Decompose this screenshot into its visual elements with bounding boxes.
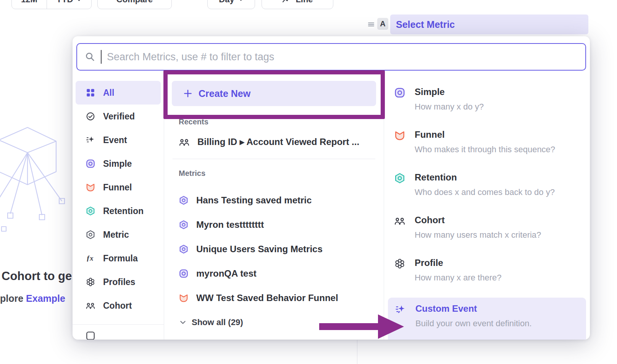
app-screen: 12M YTD Compare Day Line A Select Metric <box>0 0 617 364</box>
type-simple[interactable]: Simple How many x do y? <box>384 84 590 127</box>
metric-category-sidebar: All Verified Event <box>73 76 164 340</box>
sidebar-item-metric[interactable]: Metric <box>76 223 161 246</box>
custom-event-icon <box>395 304 406 315</box>
svg-text:ƒx: ƒx <box>86 254 93 262</box>
plus-icon <box>183 89 192 98</box>
type-retention[interactable]: Retention Who does x and comes back to d… <box>384 169 590 212</box>
sidebar-label: Formula <box>103 253 138 264</box>
empty-state-headline: Cohort to ge <box>2 269 72 283</box>
sidebar-item-event[interactable]: Event <box>76 128 161 152</box>
type-profile[interactable]: Profile How many x are there? <box>384 255 590 298</box>
metric-item-label: Hans Testing saved metric <box>196 195 312 206</box>
metric-list-item[interactable]: Hans Testing saved metric <box>164 188 384 213</box>
metric-item-label: WW Test Saved Behavior Funnel <box>196 293 338 303</box>
type-custom-event[interactable]: Custom Event Build your own event defini… <box>388 298 586 340</box>
sidebar-label: Metric <box>103 230 129 240</box>
drag-handle-icon[interactable] <box>368 21 375 28</box>
search-icon <box>85 52 95 62</box>
search-input[interactable] <box>107 51 578 63</box>
cohort-icon <box>86 301 95 311</box>
type-name: Funnel <box>415 129 555 140</box>
metric-row-badge: A <box>377 18 388 30</box>
type-name: Cohort <box>415 214 541 226</box>
metric-item-label: Unique Users Saving Metrics <box>196 244 323 254</box>
sidebar-label: All <box>103 88 114 98</box>
compare-button[interactable]: Compare <box>97 0 172 9</box>
simple-icon <box>86 159 95 169</box>
metric-icon <box>86 230 95 240</box>
line-label: Line <box>296 0 313 5</box>
sidebar-item-all[interactable]: All <box>76 81 161 105</box>
type-description: How many x are there? <box>415 273 501 283</box>
select-metric-label: Select Metric <box>396 19 455 30</box>
select-metric-modal: All Verified Event <box>73 36 590 340</box>
sidebar-label: Retention <box>103 206 144 216</box>
text-cursor <box>101 50 102 64</box>
metric-list-item[interactable]: Unique Users Saving Metrics <box>164 237 384 261</box>
day-dropdown[interactable]: Day <box>207 0 255 9</box>
cohort-icon <box>179 137 190 148</box>
type-cohort[interactable]: Cohort How many users match x criteria? <box>384 212 590 255</box>
select-metric-field[interactable]: Select Metric <box>390 14 588 34</box>
example-link[interactable]: Example <box>26 293 65 304</box>
type-description: How many x do y? <box>415 102 484 112</box>
sidebar-item-profiles[interactable]: Profiles <box>76 270 161 294</box>
verified-icon <box>86 111 95 121</box>
sidebar-label: Cohort <box>103 301 132 311</box>
sidebar-label: Verified <box>103 111 135 122</box>
sidebar-label: Funnel <box>103 182 132 193</box>
teams-icon <box>86 331 95 340</box>
line-chart-icon <box>282 0 291 4</box>
sidebar-label: Event <box>103 135 127 145</box>
sidebar-divider <box>73 324 164 325</box>
type-description: Build your own event definition. <box>415 319 532 329</box>
type-name: Retention <box>415 172 555 183</box>
empty-state-subline: plore Example <box>0 293 65 304</box>
sidebar-label: Profiles <box>103 277 135 287</box>
show-all-toggle[interactable]: Show all (29) <box>164 313 384 332</box>
chevron-down-icon <box>179 319 186 326</box>
sidebar-item-funnel[interactable]: Funnel <box>76 176 161 199</box>
range-12m-label: 12M <box>21 0 37 5</box>
range-ytd-button[interactable]: YTD <box>47 0 91 9</box>
type-description: How many users match x criteria? <box>415 230 541 240</box>
panel-divider <box>357 340 357 364</box>
sidebar-item-partial[interactable] <box>86 331 164 340</box>
funnel-icon <box>86 182 95 192</box>
type-description: Who makes it through this sequence? <box>415 145 555 155</box>
metrics-header: Metrics <box>179 169 384 178</box>
simple-icon <box>179 269 189 279</box>
sidebar-item-retention[interactable]: Retention <box>76 199 161 223</box>
create-new-label: Create New <box>199 88 250 99</box>
metric-list-column: Create New Recents Billing ID ▸ Account … <box>164 76 384 340</box>
simple-icon <box>394 87 405 98</box>
metric-list-item[interactable]: myronQA test <box>164 261 384 286</box>
modal-body: All Verified Event <box>73 76 590 340</box>
recent-item[interactable]: Billing ID ▸ Account Viewed Report ... <box>164 133 384 151</box>
line-chart-type-button[interactable]: Line <box>262 0 333 9</box>
metric-list-item[interactable]: Myron testttttttt <box>164 213 384 237</box>
saved-metric-icon <box>179 195 189 205</box>
sidebar-item-simple[interactable]: Simple <box>76 152 161 176</box>
profiles-icon <box>86 277 95 287</box>
decorative-wireframe <box>0 123 83 243</box>
sidebar-item-cohort[interactable]: Cohort <box>76 294 161 317</box>
type-funnel[interactable]: Funnel Who makes it through this sequenc… <box>384 127 590 169</box>
saved-metric-icon <box>179 220 189 230</box>
metric-search-bar[interactable] <box>76 43 586 71</box>
range-12m-button[interactable]: 12M <box>12 0 47 9</box>
cohort-icon <box>394 215 405 227</box>
grid-icon <box>86 88 95 98</box>
sidebar-item-formula[interactable]: ƒx Formula <box>76 246 161 270</box>
metric-list-item[interactable]: WW Test Saved Behavior Funnel <box>164 286 384 310</box>
metric-type-column: Simple How many x do y? Funnel Who makes… <box>384 76 590 340</box>
sidebar-item-verified[interactable]: Verified <box>76 105 161 128</box>
formula-icon: ƒx <box>86 253 95 263</box>
date-range-toggle: 12M YTD <box>11 0 92 9</box>
type-description: Who does x and comes back to do y? <box>415 187 555 197</box>
create-new-button[interactable]: Create New <box>172 81 376 106</box>
chevron-down-icon <box>238 0 244 2</box>
retention-icon <box>394 172 405 184</box>
headline-text: Cohort to ge <box>2 269 72 283</box>
event-icon <box>86 135 95 145</box>
